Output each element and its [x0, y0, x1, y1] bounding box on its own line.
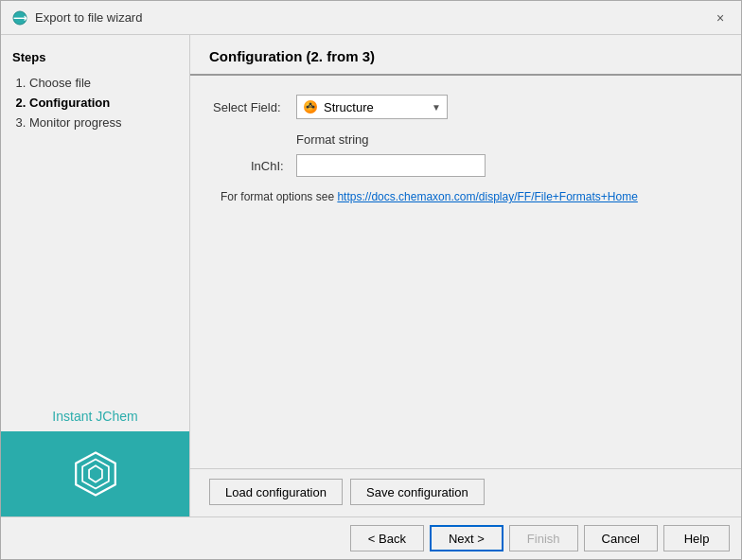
inchi-label: InChI:: [251, 159, 289, 173]
next-button[interactable]: Next >: [430, 525, 504, 551]
structure-icon: [303, 99, 318, 114]
footer: < Back Next > Finish Cancel Help: [1, 516, 741, 559]
title-text: Export to file wizard: [35, 10, 142, 25]
close-button[interactable]: ×: [711, 9, 730, 27]
sidebar-steps: Steps Choose file Configuration Monitor …: [12, 50, 178, 135]
main-content: Configuration (2. from 3) Select Field:: [190, 35, 741, 516]
dialog: ⟶ Export to file wizard × Steps Choose f…: [0, 0, 742, 560]
format-link-prefix: For format options see: [221, 190, 337, 203]
step-2: Configuration: [29, 96, 178, 110]
steps-list: Choose file Configuration Monitor progre…: [12, 76, 178, 130]
sidebar: Steps Choose file Configuration Monitor …: [1, 35, 190, 516]
dropdown-arrow-icon: ▼: [432, 102, 441, 113]
format-link[interactable]: https://docs.chemaxon.com/display/FF/Fil…: [337, 190, 637, 203]
step-3: Monitor progress: [29, 115, 178, 130]
select-field-dropdown[interactable]: Structure ▼: [296, 95, 448, 119]
finish-button[interactable]: Finish: [509, 525, 578, 551]
sidebar-bottom: Instant JChem: [12, 409, 178, 501]
help-button[interactable]: Help: [663, 525, 730, 551]
save-configuration-button[interactable]: Save configuration: [350, 479, 485, 505]
main-heading: Configuration (2. from 3): [209, 48, 722, 64]
format-string-label: Format string: [296, 132, 718, 147]
load-configuration-button[interactable]: Load configuration: [209, 479, 343, 505]
back-button[interactable]: < Back: [350, 525, 424, 551]
inchi-input[interactable]: [296, 154, 486, 177]
cancel-button[interactable]: Cancel: [584, 525, 658, 551]
title-bar: ⟶ Export to file wizard ×: [1, 1, 741, 35]
main-form-area: Select Field:: [190, 76, 741, 468]
main-header: Configuration (2. from 3): [190, 35, 741, 76]
format-link-row: For format options see https://docs.chem…: [221, 190, 718, 203]
steps-heading: Steps: [12, 50, 178, 64]
brand-logo-box: [1, 431, 189, 516]
svg-marker-4: [89, 465, 102, 481]
select-field-value: Structure: [324, 100, 374, 114]
dialog-body: Steps Choose file Configuration Monitor …: [1, 35, 741, 516]
brand-hexagon-icon: [71, 449, 120, 499]
step-1: Choose file: [29, 76, 178, 90]
select-field-row: Select Field:: [213, 95, 718, 119]
inchi-row: InChI:: [251, 154, 718, 177]
main-bottom-buttons: Load configuration Save configuration: [190, 468, 741, 516]
svg-text:⟶: ⟶: [13, 13, 27, 24]
brand-text: Instant JChem: [52, 409, 137, 424]
wizard-icon: ⟶: [12, 10, 27, 26]
select-field-label: Select Field:: [213, 100, 289, 114]
svg-marker-3: [82, 459, 109, 488]
